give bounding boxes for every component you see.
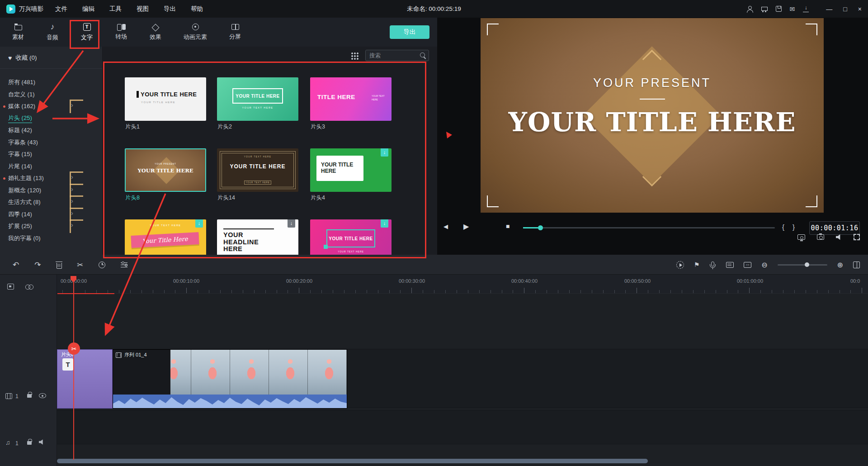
add-track-icon[interactable] (7, 284, 14, 290)
record-voiceover-button[interactable] (709, 262, 716, 268)
playhead-line[interactable] (73, 277, 74, 460)
timeline-ruler[interactable]: 00:00:00:00 00:00:10:00 00:00:20:00 00:0… (57, 275, 868, 294)
menu-export[interactable]: 导出 (164, 5, 176, 13)
template-item[interactable]: YOUR TEXT HERE Your Title Here ↓ (125, 219, 206, 255)
timeline-horizontal-scrollbar[interactable] (57, 459, 648, 463)
seek-knob[interactable] (538, 225, 543, 230)
tab-transitions[interactable]: 转场 (104, 18, 138, 47)
template-thumbnail[interactable]: YOUR HEADLINE HERE ↓ (217, 219, 298, 255)
update-download-icon[interactable]: ↓ (803, 6, 809, 12)
audio-track-lane[interactable] (57, 410, 868, 444)
display-settings-icon[interactable] (797, 234, 805, 240)
download-icon[interactable]: ↓ (381, 219, 388, 228)
close-button[interactable]: × (858, 5, 862, 13)
download-icon[interactable]: ↓ (381, 148, 388, 157)
video-clip[interactable]: 序列 01_4 (113, 349, 347, 409)
export-button[interactable]: 导出 (390, 25, 429, 39)
minimize-button[interactable]: — (826, 5, 832, 13)
zoom-in-button[interactable]: ⊕ (837, 261, 843, 269)
template-thumbnail[interactable]: YOUR PRESENT YOUR TITLE HERE (125, 148, 206, 192)
sidebar-item-lifestyle[interactable]: 生活方式 (8)› (0, 196, 102, 209)
eye-icon[interactable] (39, 393, 46, 398)
mark-in-icon[interactable]: { (782, 223, 784, 231)
sidebar-item-newconcept[interactable]: 新概念 (120)› (0, 185, 102, 197)
template-thumbnail[interactable]: YOUR TITLE HERE YOUR TEXT HERE ↓ (310, 219, 392, 255)
tab-media[interactable]: 素材 (1, 18, 35, 47)
adjust-button[interactable] (121, 262, 127, 268)
search-input[interactable] (369, 50, 417, 61)
playhead-split-button[interactable]: ✂ (68, 342, 80, 355)
tab-elements[interactable]: 动画元素 (173, 18, 218, 47)
template-item[interactable]: YOUR TEXT HERE YOUR TITLE HERE YOUR TEXT… (217, 148, 298, 206)
fullscreen-icon[interactable] (854, 234, 860, 240)
tab-audio[interactable]: ♪ 音频 (35, 18, 70, 47)
template-item[interactable]: TITLE HERE YOUR TEXT HERE 片头3 (310, 77, 392, 135)
search-icon[interactable] (420, 52, 426, 59)
zoom-out-button[interactable]: ⊖ (761, 261, 767, 269)
seek-slider[interactable] (523, 227, 775, 228)
tab-splitscreen[interactable]: 分屏 (218, 18, 252, 47)
link-icon[interactable] (25, 285, 33, 289)
panel-layout-button[interactable] (853, 262, 860, 268)
template-item-selected[interactable]: YOUR PRESENT YOUR TITLE HERE 片头8 (125, 148, 206, 206)
undo-button[interactable]: ↶ (13, 260, 19, 270)
sidebar-item-extensions[interactable]: 扩展 (25)› (0, 220, 102, 233)
tab-effects[interactable]: 效果 (138, 18, 173, 47)
sidebar-item-media[interactable]: 媒体 (162)› (0, 100, 102, 113)
redo-button[interactable]: ↷ (34, 260, 41, 270)
template-thumbnail[interactable]: TITLE HERE YOUR TEXT HERE (310, 77, 392, 121)
sidebar-item-all[interactable]: 所有 (481) (0, 76, 102, 89)
render-preview-button[interactable] (676, 261, 684, 269)
template-item[interactable]: YOUR TITLE HERE YOUR TITLE HERE 片头1 (125, 77, 206, 135)
volume-icon[interactable] (836, 234, 842, 240)
account-icon[interactable] (746, 6, 753, 12)
sidebar-item-custom[interactable]: 自定义 (1) (0, 89, 102, 101)
sidebar-item-wedding[interactable]: 婚礼主题 (13)› (0, 172, 102, 185)
zoom-knob[interactable] (805, 262, 809, 267)
template-thumbnail[interactable]: YOUR TITLE HERE ↓ (310, 148, 392, 192)
mark-out-icon[interactable]: } (793, 223, 795, 231)
stop-button[interactable]: ■ (506, 223, 509, 230)
download-icon[interactable]: ↓ (195, 219, 203, 228)
maximize-button[interactable]: □ (843, 5, 847, 13)
menu-file[interactable]: 文件 (55, 5, 67, 13)
menu-help[interactable]: 帮助 (191, 5, 203, 13)
store-icon[interactable] (761, 6, 768, 12)
grid-view-icon[interactable] (351, 52, 359, 60)
mail-icon[interactable]: ✉ (790, 6, 795, 12)
play-button[interactable]: ▶ (463, 222, 469, 231)
marker-button[interactable]: ⚑ (694, 261, 700, 268)
snapshot-icon[interactable] (817, 234, 824, 240)
lock-icon[interactable] (27, 394, 32, 398)
menu-edit[interactable]: 编辑 (82, 5, 94, 13)
sidebar-item-openers[interactable]: 片头 (25) (0, 113, 102, 125)
template-thumbnail[interactable]: YOUR TEXT HERE Your Title Here ↓ (125, 219, 206, 255)
template-thumbnail[interactable]: YOUR TITLE HERE YOUR TEXT HERE (217, 77, 298, 121)
download-icon[interactable]: ↓ (288, 219, 295, 228)
sidebar-item-mysubtitles[interactable]: 我的字幕 (0) (0, 233, 102, 245)
sidebar-item-subtitles[interactable]: 字幕 (15) (0, 148, 102, 161)
fit-timeline-button[interactable]: ↔ (744, 262, 751, 268)
mute-icon[interactable] (39, 439, 44, 445)
delete-button[interactable] (57, 261, 62, 269)
template-item[interactable]: YOUR TITLE HERE ↓ 片头4 (310, 148, 392, 206)
speed-button[interactable] (99, 262, 105, 268)
sidebar-item-favorites[interactable]: ♥ 收藏 (0) (0, 50, 102, 66)
sidebar-item-seasons[interactable]: 四季 (14)› (0, 209, 102, 221)
split-button[interactable]: ✂ (77, 261, 83, 269)
template-thumbnail[interactable]: YOUR TITLE HERE YOUR TITLE HERE (125, 77, 206, 121)
template-item[interactable]: YOUR HEADLINE HERE ↓ (217, 219, 298, 255)
prev-frame-button[interactable]: ◀ (443, 223, 448, 230)
sidebar-item-endcredits[interactable]: 片尾 (14) (0, 161, 102, 173)
tab-text[interactable]: T 文字 (70, 18, 104, 47)
template-item[interactable]: YOUR TITLE HERE YOUR TEXT HERE ↓ (310, 219, 392, 255)
menu-view[interactable]: 视图 (137, 5, 149, 13)
template-thumbnail[interactable]: YOUR TEXT HERE YOUR TITLE HERE YOUR TEXT… (217, 148, 298, 192)
save-icon[interactable] (776, 6, 782, 12)
zoom-slider[interactable] (778, 264, 827, 266)
subtitle-button[interactable] (726, 262, 734, 268)
lock-icon[interactable] (27, 441, 32, 445)
sidebar-item-titles[interactable]: 标题 (42) (0, 124, 102, 137)
sidebar-item-lowerthirds[interactable]: 字幕条 (43) (0, 137, 102, 149)
menu-tools[interactable]: 工具 (109, 5, 122, 13)
